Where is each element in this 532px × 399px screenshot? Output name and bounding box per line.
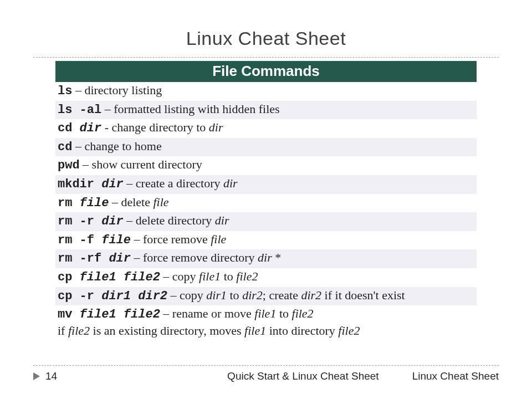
sep: – <box>131 250 143 264</box>
footer-mid-text: Quick Start & Linux Cheat Sheet <box>227 370 379 382</box>
command-text: cd <box>58 140 72 154</box>
desc: delete <box>121 195 153 209</box>
command-arg: dir <box>80 121 102 135</box>
desc-arg: file <box>211 232 226 246</box>
desc: delete directory <box>136 213 215 227</box>
command-arg: dir1 dir2 <box>101 289 167 303</box>
arrow-right-icon <box>33 372 40 380</box>
command-arg: dir <box>109 252 131 265</box>
l2a: if <box>58 324 68 337</box>
sep: – <box>80 157 92 171</box>
sep: - <box>101 120 111 134</box>
command-arg: dir <box>101 214 124 228</box>
t4: if it doesn't exist <box>321 288 405 302</box>
desc-arg: file <box>153 195 168 209</box>
command-row: rm -rf dir – force remove directory dir … <box>55 249 477 268</box>
desc-arg: file1 <box>199 269 221 283</box>
command-row: cp -r dir1 dir2 – copy dir1 to dir2; cre… <box>55 287 477 306</box>
desc: copy <box>172 269 199 283</box>
t1: rename or move <box>172 306 254 320</box>
command-row: cp file1 file2 – copy file1 to file2 <box>55 268 477 287</box>
slide: Linux Cheat Sheet File Commands ls – dir… <box>0 0 532 399</box>
command-arg: file1 file2 <box>80 270 160 284</box>
sep: – <box>160 306 172 320</box>
command-text: ls -al <box>58 103 101 117</box>
desc: directory listing <box>84 83 162 97</box>
t3: ; create <box>263 288 301 302</box>
command-row: rm -r dir – delete directory dir <box>55 212 477 231</box>
command-arg: file <box>101 233 131 247</box>
command-text: pwd <box>58 158 80 172</box>
desc-arg: dir <box>223 176 238 190</box>
command-row: cd – change to home <box>55 138 477 157</box>
desc-mid: to <box>221 269 236 283</box>
desc: change directory to <box>112 120 209 134</box>
desc-arg: dir <box>258 250 272 264</box>
title-divider <box>33 57 499 58</box>
command-row: mkdir dir – create a directory dir <box>55 175 477 194</box>
i2: file2 <box>292 306 314 320</box>
sep: – <box>124 213 136 227</box>
command-text: cp <box>58 270 80 284</box>
content-block: File Commands ls – directory listing ls … <box>33 61 499 340</box>
command-row: ls -al – formatted listing with hidden f… <box>55 101 477 120</box>
desc: force remove directory <box>143 250 258 264</box>
l2i2: file1 <box>244 324 266 337</box>
footer-right-text: Linux Cheat Sheet <box>412 370 499 382</box>
command-row: rm -f file – force remove file <box>55 231 477 250</box>
desc-arg2: file2 <box>236 269 258 283</box>
t1: copy <box>180 288 206 302</box>
command-row: pwd – show current directory <box>55 156 477 175</box>
desc-post: * <box>272 250 282 264</box>
command-row: mv file1 file2 – rename or move file1 to… <box>55 305 477 340</box>
command-row: ls – directory listing <box>55 82 477 101</box>
command-arg: file <box>80 196 109 210</box>
sep: – <box>72 83 84 97</box>
command-text: rm -rf <box>58 252 109 265</box>
l2b: is an existing directory, moves <box>90 324 244 337</box>
sep: – <box>167 288 180 302</box>
footer-line: 14 Quick Start & Linux Cheat Sheet Linux… <box>33 370 499 382</box>
desc: show current directory <box>92 157 202 171</box>
command-text: rm -r <box>58 214 101 228</box>
l2i1: file2 <box>68 324 90 337</box>
l2c: into directory <box>266 324 338 337</box>
command-text: mkdir <box>58 177 101 191</box>
t2: to <box>227 288 242 302</box>
sep: – <box>72 139 84 153</box>
command-text: ls <box>58 84 72 98</box>
sep: – <box>160 269 172 283</box>
i3: dir2 <box>301 288 321 302</box>
page-number: 14 <box>45 370 57 382</box>
i2: dir2 <box>242 288 263 302</box>
sep: – <box>109 195 121 209</box>
slide-title: Linux Cheat Sheet <box>33 28 499 49</box>
desc: create a directory <box>136 176 223 190</box>
footer: 14 Quick Start & Linux Cheat Sheet Linux… <box>33 365 499 382</box>
footer-divider <box>33 365 499 366</box>
section-header: File Commands <box>55 61 477 82</box>
desc: change to home <box>84 139 161 153</box>
command-text: cd <box>58 121 80 135</box>
command-text: mv <box>58 308 80 321</box>
i1: file1 <box>254 306 276 320</box>
t2: to <box>276 306 291 320</box>
command-arg: dir <box>101 177 124 191</box>
sep: – <box>131 232 143 246</box>
sep: – <box>101 102 114 116</box>
command-text: cp -r <box>58 289 101 303</box>
i1: dir1 <box>206 288 227 302</box>
desc: force remove <box>143 232 211 246</box>
desc-arg: dir <box>215 213 229 227</box>
command-text: rm -f <box>58 233 101 247</box>
sep: – <box>124 176 136 190</box>
command-row: cd dir - change directory to dir <box>55 119 477 138</box>
l2i3: file2 <box>338 324 360 337</box>
command-arg: file1 file2 <box>80 308 160 321</box>
command-row: rm file – delete file <box>55 194 477 213</box>
command-text: rm <box>58 196 80 210</box>
desc-arg: dir <box>209 120 223 134</box>
desc: formatted listing with hidden files <box>114 102 279 116</box>
